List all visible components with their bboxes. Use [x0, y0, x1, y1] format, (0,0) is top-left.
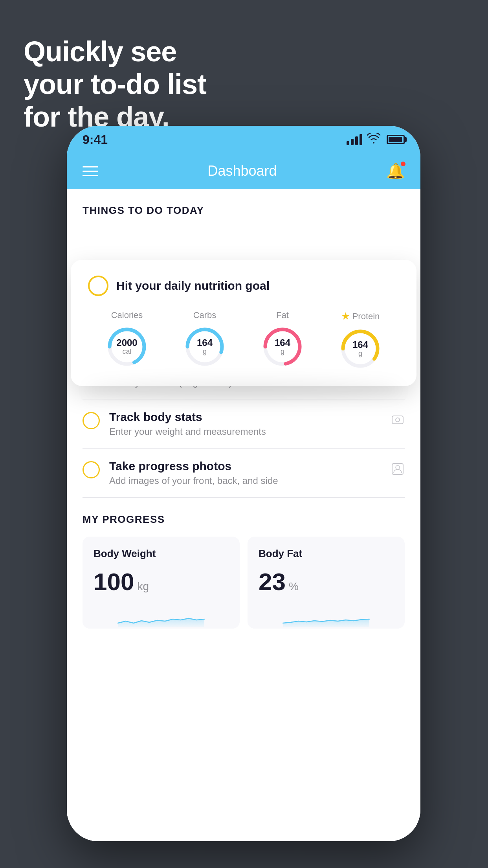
macro-unit: g — [197, 348, 213, 356]
sparkline — [259, 603, 394, 627]
todo-item-icon — [391, 413, 405, 430]
macro-item-calories: Calories 2000 cal — [105, 310, 149, 368]
battery-icon — [387, 135, 405, 144]
progress-unit: % — [289, 580, 299, 593]
macro-label: Protein — [352, 311, 380, 322]
hamburger-menu[interactable] — [83, 166, 98, 176]
todo-subtitle: Enter your weight and measurements — [109, 426, 381, 437]
todo-title: Take progress photos — [109, 460, 381, 473]
progress-number: 100 — [94, 568, 134, 596]
macro-ring: 164 g — [183, 325, 226, 368]
macro-value: 164 — [352, 340, 368, 349]
hero-line1: Quickly see — [24, 35, 206, 68]
svg-rect-8 — [392, 416, 403, 424]
macro-ring: 164 g — [261, 325, 304, 368]
macro-ring: 164 g — [339, 327, 382, 370]
macro-ring: 2000 cal — [105, 325, 149, 368]
macro-label: Calories — [111, 310, 143, 320]
todo-item-icon — [391, 462, 405, 479]
notification-bell[interactable]: 🔔 — [386, 162, 405, 180]
todo-checkbox[interactable] — [83, 412, 100, 429]
status-icons — [347, 133, 405, 146]
things-to-do-heading: THINGS TO DO TODAY — [67, 189, 420, 224]
svg-point-9 — [396, 418, 400, 422]
hero-text: Quickly see your to-do list for the day. — [24, 35, 206, 133]
sparkline — [94, 603, 229, 627]
macro-item-protein: ★Protein 164 g — [339, 310, 382, 370]
macro-unit: g — [275, 348, 290, 356]
status-bar: 9:41 — [67, 126, 420, 153]
macro-label: Carbs — [193, 310, 216, 320]
todo-title: Track body stats — [109, 410, 381, 424]
progress-section: MY PROGRESS Body Weight100kg Body Fat23% — [67, 498, 420, 636]
progress-card[interactable]: Body Weight100kg — [83, 537, 240, 629]
progress-heading: MY PROGRESS — [83, 513, 405, 526]
nutrition-card: Hit your daily nutrition goal Calories 2… — [71, 260, 416, 386]
progress-unit: kg — [137, 580, 149, 593]
macro-item-fat: Fat 164 g — [261, 310, 304, 368]
progress-number: 23 — [259, 568, 286, 596]
macro-value: 2000 — [116, 338, 137, 348]
phone-content: THINGS TO DO TODAY Hit your daily nutrit… — [67, 189, 420, 841]
todo-subtitle: Add images of your front, back, and side — [109, 475, 381, 486]
macro-unit: g — [352, 349, 368, 358]
progress-card-title: Body Fat — [259, 548, 394, 560]
progress-cards: Body Weight100kg Body Fat23% — [83, 537, 405, 629]
macro-value: 164 — [197, 338, 213, 348]
nav-bar: Dashboard 🔔 — [67, 153, 420, 189]
macro-item-carbs: Carbs 164 g — [183, 310, 226, 368]
macro-label: Fat — [276, 310, 289, 320]
phone-mockup: 9:41 — [67, 126, 420, 841]
progress-card[interactable]: Body Fat23% — [248, 537, 405, 629]
svg-point-11 — [396, 465, 400, 469]
macro-row: Calories 2000 cal Carbs 164 g Fat 164 g … — [88, 310, 399, 370]
todo-item[interactable]: Track body statsEnter your weight and me… — [83, 399, 405, 449]
protein-star-icon: ★ — [341, 310, 350, 322]
macro-value: 164 — [275, 338, 290, 348]
todo-item[interactable]: Take progress photosAdd images of your f… — [83, 449, 405, 498]
status-time: 9:41 — [83, 132, 108, 147]
nutrition-status-circle — [88, 276, 108, 296]
nutrition-card-header: Hit your daily nutrition goal — [88, 276, 399, 296]
hero-line2: your to-do list — [24, 68, 206, 101]
nutrition-card-title: Hit your daily nutrition goal — [116, 279, 270, 292]
macro-unit: cal — [116, 348, 137, 356]
nav-title: Dashboard — [207, 163, 277, 179]
wifi-icon — [367, 133, 380, 146]
notification-dot — [400, 161, 406, 167]
progress-card-title: Body Weight — [94, 548, 229, 560]
signal-icon — [347, 134, 362, 145]
todo-checkbox[interactable] — [83, 461, 100, 478]
